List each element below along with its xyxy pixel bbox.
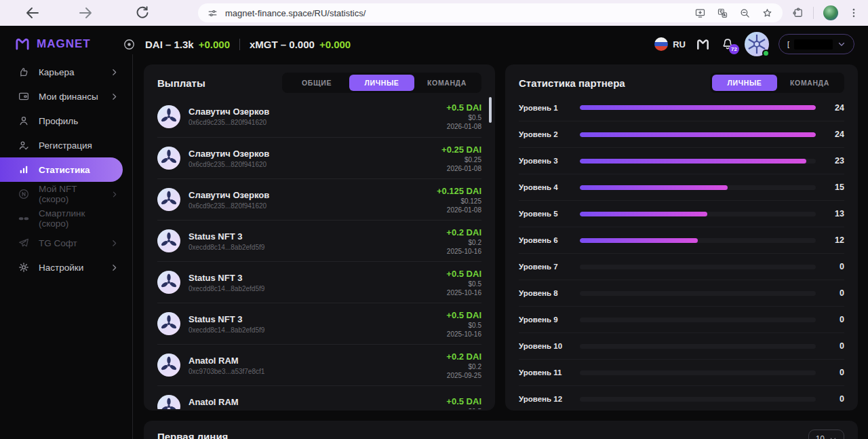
level-label: Уровень 10 — [519, 342, 574, 350]
back-button[interactable] — [24, 5, 41, 21]
notifications-bell[interactable]: 72 — [720, 37, 735, 52]
level-label: Уровень 5 — [519, 210, 574, 218]
forward-button[interactable] — [77, 5, 94, 21]
payout-avatar — [157, 188, 180, 211]
balance-label: xMGT – 0.000 — [250, 39, 315, 50]
level-label: Уровень 2 — [519, 130, 574, 138]
install-icon[interactable] — [694, 7, 706, 19]
level-row: Уровень 10 0 — [519, 332, 844, 359]
payout-amount: +0.125 DAI — [437, 186, 481, 196]
account-text: [ — [787, 40, 789, 48]
ru-flag-icon[interactable] — [654, 37, 668, 51]
site-info-icon[interactable] — [207, 7, 218, 19]
payout-address: 0xecdd8c14...8ab2efd5f9 — [189, 326, 264, 334]
partner-stats-tabs: ЛИЧНЫЕ КОМАНДА — [710, 73, 844, 93]
sidebar-item[interactable]: Карьера — [0, 60, 132, 84]
bookmark-star-icon[interactable] — [762, 7, 773, 19]
level-label: Уровень 9 — [519, 316, 574, 324]
sidebar-item-icon — [18, 164, 30, 176]
sidebar-item-icon — [18, 237, 30, 249]
sidebar-item-label: TG Софт — [39, 238, 77, 248]
payout-usd: $0.2 — [446, 363, 481, 370]
payout-name: Status NFT 3 — [189, 273, 264, 283]
level-row: Уровень 4 15 — [519, 174, 844, 200]
online-status-dot — [762, 50, 770, 57]
divider — [813, 7, 814, 19]
level-label: Уровень 11 — [519, 368, 574, 377]
level-label: Уровень 7 — [519, 263, 574, 271]
zoom-out-icon[interactable] — [739, 7, 751, 19]
payouts-tab[interactable]: ЛИЧНЫЕ — [349, 75, 414, 91]
level-progress-bar — [580, 185, 816, 190]
payouts-title: Выплаты — [157, 77, 205, 89]
level-progress-fill — [580, 185, 728, 190]
browser-profile-avatar[interactable] — [823, 5, 839, 21]
payout-name: Славутич Озерков — [189, 107, 269, 117]
sidebar-item[interactable]: Статистика — [0, 157, 123, 182]
url-bar[interactable]: magnet-finance.space/RU/statistics/ — [198, 3, 783, 22]
sidebar-item-icon — [18, 115, 30, 127]
level-label: Уровень 8 — [519, 289, 574, 297]
sidebar-item[interactable]: Регистрация — [0, 133, 132, 157]
sidebar-item-label: Статистика — [39, 165, 90, 175]
sidebar-item[interactable]: Мои финансы — [0, 84, 132, 109]
chevron-down-icon — [837, 40, 846, 48]
language-label[interactable]: RU — [673, 39, 686, 50]
sidebar-item-label: Смартлинк (скоро) — [39, 208, 102, 229]
level-row: Уровень 5 13 — [519, 200, 844, 227]
reload-button[interactable] — [134, 5, 151, 21]
payout-name: Anatol RAM — [189, 356, 264, 366]
payout-avatar — [157, 395, 180, 409]
sidebar-item[interactable]: TG Софт — [0, 231, 132, 255]
payout-usd: $0.25 — [441, 156, 481, 164]
page-size-value: 10 — [816, 434, 825, 439]
sidebar-item-icon — [18, 139, 30, 151]
sidebar-item-icon — [18, 261, 30, 273]
payout-amount: +0.5 DAI — [446, 269, 481, 279]
collapse-sidebar-icon[interactable] — [123, 38, 136, 51]
payout-row: Славутич Озерков 0x6cd9c235...820f941620… — [157, 96, 481, 137]
notifications-badge: 72 — [729, 44, 739, 54]
level-value: 24 — [827, 103, 844, 113]
user-avatar[interactable] — [745, 32, 769, 56]
page-size-dropdown[interactable]: 10 — [808, 430, 844, 439]
payout-address: 0x6cd9c235...820f941620 — [189, 119, 269, 126]
account-dropdown[interactable]: [ — [778, 34, 854, 54]
payouts-tab[interactable]: КОМАНДА — [414, 75, 479, 91]
browser-menu-icon[interactable] — [848, 7, 860, 19]
sidebar-item[interactable]: Настройки — [0, 255, 132, 280]
sidebar-item[interactable]: Смартлинк (скоро) — [0, 206, 132, 231]
extensions-icon[interactable] — [792, 7, 804, 19]
payout-usd: $0.2 — [446, 239, 481, 246]
chevron-down-icon — [829, 436, 837, 439]
level-row: Уровень 12 0 — [519, 385, 844, 411]
payouts-scrollbar[interactable] — [489, 97, 492, 123]
payout-address: 0xecdd8c14...8ab2efd5f9 — [189, 285, 264, 292]
sidebar-item-icon — [18, 90, 30, 102]
sidebar-item[interactable]: Мой NFT (скоро) — [0, 182, 132, 206]
payouts-tab[interactable]: ОБЩИЕ — [284, 75, 349, 91]
payout-row: Славутич Озерков 0x6cd9c235...820f941620… — [157, 137, 481, 178]
magnet-icon[interactable] — [695, 37, 711, 52]
sidebar-item-label: Карьера — [39, 67, 74, 77]
balance-item: xMGT – 0.000 +0.000 — [239, 39, 351, 50]
level-progress-bar — [580, 212, 816, 216]
payout-row: Славутич Озерков 0x6cd9c235...820f941620… — [157, 178, 481, 220]
browser-chrome: magnet-finance.space/RU/statistics/ — [0, 0, 868, 26]
level-progress-bar — [580, 238, 816, 243]
level-value: 12 — [827, 235, 844, 245]
payout-date: 2026-01-08 — [446, 123, 481, 130]
sidebar-item[interactable]: Профиль — [0, 109, 132, 133]
level-row: Уровень 11 0 — [519, 359, 844, 385]
level-progress-fill — [580, 159, 806, 164]
level-progress-bar — [580, 159, 816, 164]
payout-avatar — [157, 354, 180, 377]
payouts-panel: Выплаты ОБЩИЕ ЛИЧНЫЕ КОМАНДА Славутич Оз… — [144, 64, 495, 411]
payout-date: 2026-01-08 — [437, 206, 481, 214]
payout-avatar — [157, 312, 180, 335]
brand-name: MAGNET — [37, 37, 91, 51]
payout-avatar — [157, 105, 180, 128]
translate-icon[interactable] — [717, 7, 728, 19]
partner-stats-tab[interactable]: КОМАНДА — [777, 75, 842, 91]
partner-stats-tab[interactable]: ЛИЧНЫЕ — [712, 75, 777, 91]
